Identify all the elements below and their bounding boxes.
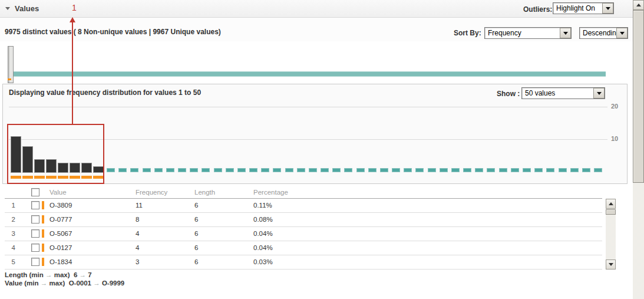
column-header-value[interactable]: Value [49, 189, 67, 196]
frequency-bar-unique[interactable] [190, 168, 198, 172]
length-cell: 6 [194, 244, 198, 251]
frequency-cell: 4 [136, 244, 139, 251]
sort-by-select[interactable]: Frequency [484, 27, 572, 39]
frequency-bar-unique[interactable] [356, 168, 365, 172]
frequency-bar-unique[interactable] [415, 168, 424, 172]
frequency-bar-unique[interactable] [321, 168, 329, 172]
outlier-underline [93, 176, 104, 179]
table-scrollbar-thumb[interactable] [606, 209, 616, 215]
panel-scrollbar-thumb[interactable] [633, 10, 644, 183]
frequency-bar-unique[interactable] [202, 168, 210, 172]
table-row[interactable]: 4O-0127460.04% [5, 241, 602, 255]
frequency-bar-unique[interactable] [368, 168, 377, 172]
scroll-up-button[interactable] [606, 199, 616, 209]
frequency-bar-unique[interactable] [380, 168, 388, 172]
frequency-bar-unique[interactable] [273, 168, 281, 172]
dropdown-arrow-icon[interactable] [602, 3, 613, 14]
outlier-underline [46, 176, 57, 179]
frequency-bar-unique[interactable] [451, 168, 460, 172]
length-min-max: Length (min → max) 6 → 7 [5, 271, 92, 278]
frequency-bar-unique[interactable] [428, 168, 436, 172]
sort-order-select[interactable]: Descending [579, 27, 628, 39]
frequency-bar-unique[interactable] [523, 168, 531, 172]
frequency-cell: 8 [136, 216, 139, 223]
frequency-bar-unique[interactable] [154, 168, 163, 172]
table-row[interactable]: 3O-5067460.04% [5, 227, 602, 241]
scroll-up-button[interactable] [633, 0, 644, 10]
frequency-bar-unique[interactable] [309, 168, 317, 172]
frequency-bar-unique[interactable] [559, 168, 567, 172]
row-checkbox[interactable] [31, 229, 39, 238]
percentage-cell: 0.11% [253, 202, 272, 209]
frequency-bar-nonunique[interactable] [34, 159, 45, 173]
frequency-bar-unique[interactable] [475, 168, 483, 172]
frequency-bar-unique[interactable] [130, 168, 138, 172]
frequency-bar-unique[interactable] [214, 168, 222, 172]
row-checkbox[interactable] [31, 244, 39, 252]
collapse-section-icon[interactable] [5, 7, 10, 10]
outliers-label: Outliers: [523, 5, 552, 14]
frequency-bar-unique[interactable] [344, 168, 352, 172]
frequency-bar-unique[interactable] [143, 168, 151, 172]
scroll-down-button[interactable] [606, 259, 616, 270]
percentage-cell: 0.03% [253, 258, 273, 265]
values-header-bar: Values Outliers: Highlight On [0, 0, 633, 18]
frequency-bar-unique[interactable] [118, 168, 127, 172]
overview-distribution-strip[interactable] [8, 71, 606, 77]
dropdown-arrow-icon[interactable] [616, 28, 628, 38]
table-scrollbar[interactable] [606, 199, 616, 270]
frequency-bar-nonunique[interactable] [22, 146, 33, 173]
frequency-bar-unique[interactable] [463, 168, 471, 172]
value-table-header: Value Frequency Length Percentage [5, 187, 602, 199]
frequency-bar-unique[interactable] [297, 168, 305, 172]
row-checkbox[interactable] [31, 258, 39, 266]
outlier-underline [22, 176, 33, 179]
outlier-marker-icon [42, 215, 44, 224]
frequency-bar-unique[interactable] [285, 168, 293, 172]
frequency-bar-nonunique[interactable] [11, 136, 21, 173]
frequency-bar-nonunique[interactable] [46, 159, 57, 173]
frequency-bar-unique[interactable] [511, 168, 519, 172]
value-cell: O-1834 [49, 258, 72, 265]
frequency-cell: 3 [136, 258, 139, 265]
column-header-frequency[interactable]: Frequency [136, 189, 167, 196]
length-cell: 6 [194, 216, 198, 223]
frequency-bar-unique[interactable] [546, 168, 554, 172]
overview-range-handle[interactable] [8, 46, 14, 83]
frequency-bar-unique[interactable] [570, 168, 579, 172]
select-all-checkbox[interactable] [31, 188, 39, 196]
length-cell: 6 [194, 230, 198, 237]
frequency-bar-unique[interactable] [237, 168, 246, 172]
frequency-bar-nonunique[interactable] [70, 163, 80, 173]
frequency-bar-unique[interactable] [249, 168, 257, 172]
frequency-bar-unique[interactable] [166, 168, 174, 172]
table-row[interactable]: 1O-38091160.11% [5, 199, 602, 213]
frequency-bar-unique[interactable] [261, 168, 269, 172]
frequency-bar-unique[interactable] [534, 168, 543, 172]
table-row[interactable]: 5O-1834360.03% [5, 255, 602, 270]
frequency-bar-unique[interactable] [107, 168, 115, 172]
frequency-bar-unique[interactable] [594, 168, 602, 172]
row-checkbox[interactable] [31, 201, 39, 209]
panel-scrollbar[interactable] [633, 0, 644, 299]
table-row[interactable]: 2O-0777860.08% [5, 213, 602, 227]
frequency-bar-unique[interactable] [178, 168, 186, 172]
value-min-max: Value (min → max) O-0001 → O-9999 [5, 280, 124, 287]
frequency-bar-unique[interactable] [404, 168, 412, 172]
frequency-bar-unique[interactable] [226, 168, 234, 172]
frequency-bar-unique[interactable] [487, 168, 495, 172]
frequency-bar-nonunique[interactable] [81, 163, 92, 173]
value-cell: O-0777 [49, 216, 72, 223]
column-header-length[interactable]: Length [194, 189, 215, 196]
frequency-bar-nonunique[interactable] [58, 163, 68, 173]
frequency-bar-unique[interactable] [499, 168, 507, 172]
frequency-bar-unique[interactable] [332, 168, 341, 172]
frequency-bar-unique[interactable] [582, 168, 590, 172]
frequency-bar-nonunique[interactable] [93, 166, 104, 173]
frequency-bar-unique[interactable] [440, 168, 448, 172]
dropdown-arrow-icon[interactable] [560, 28, 571, 38]
frequency-bar-unique[interactable] [392, 168, 400, 172]
column-header-percentage[interactable]: Percentage [253, 189, 288, 196]
outliers-select[interactable]: Highlight On [553, 2, 614, 14]
row-checkbox[interactable] [31, 215, 39, 224]
